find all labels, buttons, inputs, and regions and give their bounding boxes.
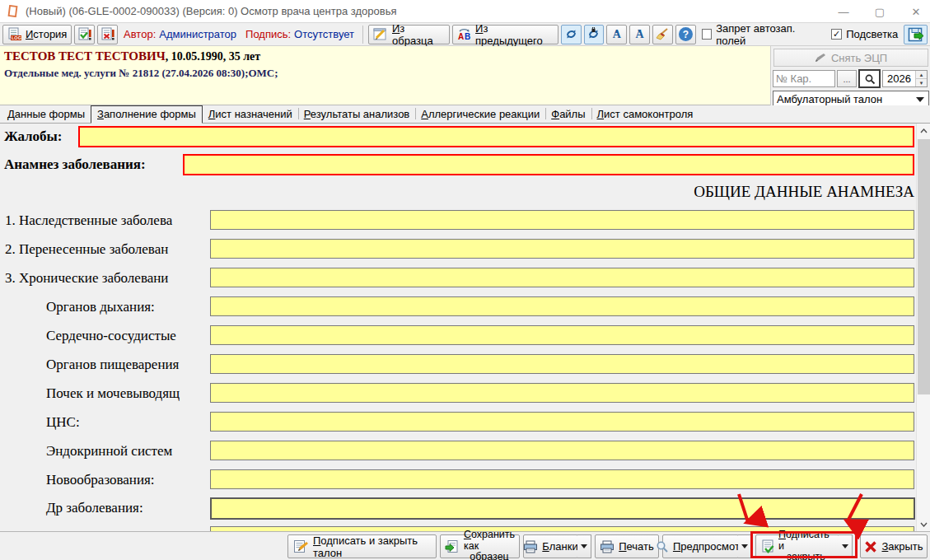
save-as-sample-label-2: образец (470, 552, 509, 560)
field-label-endocrine: Эндокринной систем (46, 441, 172, 462)
field-digestive[interactable] (210, 354, 914, 374)
no-autofill-checkbox-box[interactable] (702, 29, 712, 40)
from-sample-button[interactable]: Из образца (368, 25, 450, 44)
blanks-button[interactable]: Бланки (523, 534, 578, 558)
scrollbar-thumb[interactable] (918, 139, 930, 394)
pen-icon (814, 53, 826, 63)
document-cross-icon (100, 27, 115, 41)
field-neoplasms[interactable] (210, 469, 914, 489)
tab-list-samokontrolya[interactable]: Лист самоконтроля (591, 105, 699, 123)
field-anamnesis[interactable] (183, 154, 914, 175)
sign-document-button[interactable] (74, 25, 95, 44)
clear-fields-button[interactable] (652, 25, 673, 44)
font-increase-icon: A▲ (613, 28, 621, 41)
field-chronic[interactable] (210, 268, 914, 287)
field-complaints[interactable] (78, 126, 914, 147)
print-button[interactable]: Печать (595, 534, 659, 558)
field-label-cns: ЦНС: (46, 412, 80, 433)
sign-and-close-button[interactable]: Подписать и закрыть (755, 534, 839, 558)
field-endocrine[interactable] (210, 441, 914, 460)
year-down-icon[interactable]: ▼ (916, 78, 927, 86)
field-label-digestive: Органов пищеварения (46, 354, 179, 376)
window-title: (Новый) (06-GLE-0002-090033) (Версия: 0)… (26, 5, 396, 17)
remove-ecp-button[interactable]: Снять ЭЦП (773, 49, 928, 67)
chevron-down-icon (581, 544, 587, 548)
scroll-up-icon[interactable] (917, 124, 930, 138)
tab-zapolnenie-formy[interactable]: Заполнение формы (91, 105, 203, 124)
author-label: Автор: (124, 28, 156, 40)
patient-service-info: Отдельные мед. услуги № 21812 (27.04.202… (4, 67, 762, 80)
save-sample-icon (445, 539, 460, 553)
patient-name: ТЕСТОВ ТЕСТ ТЕСТОВИЧ (4, 49, 166, 63)
maximize-icon[interactable]: ▢ (871, 2, 889, 21)
broom-icon (655, 27, 670, 41)
app-window: (Новый) (06-GLE-0002-090033) (Версия: 0)… (0, 0, 930, 560)
tab-allergicheskie-reakcii[interactable]: Аллергические реакции (415, 105, 545, 123)
scroll-down-icon[interactable] (917, 517, 930, 531)
magnifier-icon (864, 73, 876, 85)
close-icon[interactable]: ✕ (907, 2, 925, 21)
form-row-cns: ЦНС: (0, 412, 916, 433)
history-button[interactable]: LOG История (2, 25, 72, 44)
blanks-dropdown-button[interactable] (577, 534, 591, 558)
help-button[interactable]: ? (675, 25, 696, 44)
refresh-button[interactable] (561, 25, 582, 44)
year-up-icon[interactable]: ▲ (916, 71, 927, 78)
sign-document-pen-icon (293, 539, 309, 553)
field-label-cardiovascular: Сердечно-сосудистые (46, 325, 176, 347)
tab-fayly[interactable]: Файлы (545, 105, 591, 123)
document-check-icon (77, 27, 92, 41)
sign-close-talon-button[interactable]: Подписать и закрыть талон (287, 534, 437, 558)
field-respiratory[interactable] (210, 296, 914, 316)
red-cross-icon (864, 540, 877, 553)
ab-replace-icon: AB (457, 27, 472, 41)
form-row-other-diseases: Др заболевания: (0, 497, 916, 519)
save-button[interactable] (904, 25, 928, 44)
tab-dannye-formy[interactable]: Данные формы (2, 105, 91, 123)
field-cns[interactable] (210, 412, 914, 432)
save-as-sample-button[interactable]: Сохранить как образец (440, 534, 520, 558)
chevron-down-icon (842, 544, 848, 548)
form-row-respiratory: Органов дыхания: (0, 296, 916, 318)
tab-list-naznacheniy[interactable]: Лист назначений (203, 105, 298, 123)
main-toolbar: LOG История Автор:Администратор Подпись:… (0, 23, 930, 46)
save-as-sample-label-1: Сохранить как (464, 530, 515, 553)
font-decrease-button[interactable]: A▼ (629, 25, 650, 44)
highlight-checkbox-box[interactable]: ✓ (831, 29, 842, 40)
sign-and-close-dropdown-button[interactable] (839, 534, 853, 558)
year-spinner[interactable]: 2026 ▲ ▼ (882, 70, 928, 87)
field-cardiovascular[interactable] (210, 325, 914, 345)
blanks-label: Бланки (542, 540, 577, 553)
from-previous-button[interactable]: AB Из предыдущего (452, 25, 558, 44)
preview-button[interactable]: Предпросмотр (662, 534, 739, 558)
field-label-chronic: 3. Хронические заболевани (5, 268, 168, 289)
close-button[interactable]: Закрыть (860, 534, 928, 558)
refresh-locked-button[interactable] (584, 25, 605, 44)
highlight-checkbox[interactable]: ✓ Подсветка (831, 28, 898, 40)
author-info: Автор:Администратор (124, 28, 236, 40)
vertical-scrollbar[interactable] (916, 124, 930, 531)
font-decrease-icon: A▼ (636, 28, 644, 41)
form-row-cardiovascular: Сердечно-сосудистые (0, 325, 916, 347)
tab-bar: Данные формы Заполнение формы Лист назна… (0, 105, 930, 124)
field-kidney[interactable] (210, 383, 914, 403)
card-number-input[interactable] (773, 70, 835, 87)
unsign-document-button[interactable] (97, 25, 118, 44)
field-past-diseases[interactable] (210, 239, 914, 259)
card-lookup-button[interactable]: ... (837, 70, 857, 87)
minimize-icon[interactable]: — (834, 2, 853, 21)
tab-rezultaty-analizov[interactable]: Результаты анализов (298, 105, 416, 123)
field-other-diseases[interactable] (210, 497, 915, 520)
preview-dropdown-button[interactable] (738, 534, 752, 558)
field-hereditary[interactable] (210, 210, 914, 230)
form-row-endocrine: Эндокринной систем (0, 441, 916, 462)
patient-info: ТЕСТОВ ТЕСТ ТЕСТОВИЧ, 10.05.1990, 35 лет… (4, 49, 762, 80)
chevron-down-icon (741, 544, 748, 548)
printer-icon (523, 540, 538, 553)
title-bar: (Новый) (06-GLE-0002-090033) (Версия: 0)… (0, 0, 930, 23)
document-check-icon (761, 539, 774, 553)
notepad-pencil-icon (373, 27, 389, 41)
font-increase-button[interactable]: A▲ (606, 25, 627, 44)
no-autofill-checkbox[interactable]: Запрет автозап. полей (702, 22, 823, 47)
card-search-button[interactable] (858, 69, 881, 88)
